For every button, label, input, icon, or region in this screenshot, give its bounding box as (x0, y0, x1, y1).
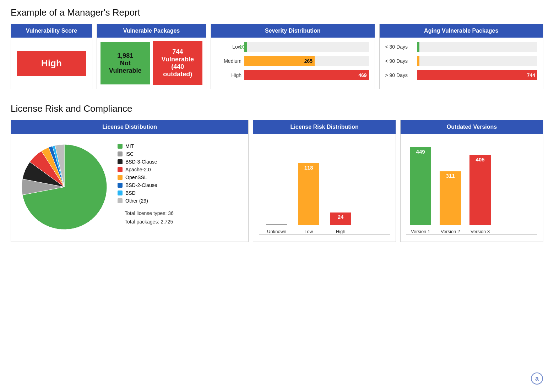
bar-x-label: Version 2 (441, 229, 460, 234)
top-panels-row: Vulnerability Score High Vulnerable Pack… (11, 24, 543, 89)
legend-item-mit: MIT (118, 143, 181, 149)
bar-x-label: Version 1 (411, 229, 430, 234)
aging-row: < 90 Days (385, 56, 538, 66)
vulnerable-packages-header: Vulnerable Packages (97, 24, 206, 38)
outdated-chart: 449 Version 1 311 Version 2 405 Version … (406, 149, 537, 234)
aging-row: < 30 Days (385, 42, 538, 52)
aging-packages-panel: Aging Vulnerable Packages < 30 Days < 90… (379, 24, 544, 89)
total-license-types: Total license types: 36 (125, 209, 174, 218)
legend-item-bsd: BSD (118, 190, 181, 196)
severity-row-low: Low 10 (217, 42, 369, 52)
aging-row: > 90 Days 744 (385, 70, 538, 80)
aging-packages-header: Aging Vulnerable Packages (380, 24, 543, 38)
vulnerability-score-header: Vulnerability Score (11, 24, 92, 38)
bar-rect: 449 (410, 147, 431, 225)
legend-dot (118, 159, 123, 164)
license-pie-chart (18, 141, 110, 234)
license-legend: MIT ISC BSD-3-Clause Apache-2.0 OpenSSL … (118, 143, 181, 204)
vulnerable-packages-body: 1,981 Not Vulnerable 744 Vulnerable (440… (97, 38, 206, 89)
severity-bar: 10 (244, 42, 247, 52)
severity-label: High (217, 72, 241, 78)
outdated-versions-header: Outdated Versions (401, 120, 543, 134)
aging-rows: < 30 Days < 90 Days > 90 Days 744 (385, 42, 538, 80)
bar-rect: 24 (330, 212, 351, 225)
license-risk-bar-col: Unknown (266, 224, 287, 234)
legend-dot (118, 175, 123, 180)
severity-distribution-body: Low 10 Medium 265 High 469 (211, 38, 375, 89)
legend-label: OpenSSL (125, 175, 147, 180)
aging-label: > 90 Days (385, 72, 417, 78)
severity-rows: Low 10 Medium 265 High 469 (217, 42, 369, 80)
license-risk-chart: Unknown 118 Low 24 High (259, 149, 390, 234)
license-risk-bar-col: 118 Low (298, 163, 319, 234)
aging-bar (417, 42, 419, 52)
bar-rect (266, 224, 287, 225)
legend-dot (118, 144, 123, 149)
legend-dot (118, 167, 123, 172)
legend-item-isc: ISC (118, 151, 181, 157)
outdated-bar-col: 311 Version 2 (440, 171, 461, 234)
bar-x-label: Unknown (267, 229, 286, 234)
legend-label: BSD (125, 190, 136, 196)
aging-label: < 90 Days (385, 58, 417, 64)
svg-text:a: a (535, 375, 539, 382)
not-vulnerable-count: 1,981 Not Vulnerable (104, 52, 147, 74)
legend-item-apache-2-0: Apache-2.0 (118, 167, 181, 172)
severity-label: Medium (217, 58, 241, 64)
aging-bar-wrap: 744 (417, 70, 538, 80)
not-vulnerable-box: 1,981 Not Vulnerable (101, 42, 150, 84)
bar-x-label: High (336, 229, 346, 234)
license-section-title: License Risk and Compliance (11, 103, 543, 114)
logo-watermark: a (531, 372, 543, 385)
vulnerability-score-body: High (11, 38, 92, 89)
legend-label: BSD-2-Clause (125, 182, 157, 188)
legend-item-bsd-3-clause: BSD-3-Clause (118, 159, 181, 165)
severity-bar-wrap: 469 (244, 70, 369, 80)
severity-row-high: High 469 (217, 70, 369, 80)
total-packages: Total packages: 2,725 (125, 218, 174, 226)
outdated-bar-col: 405 Version 3 (469, 155, 491, 234)
legend-label: ISC (125, 151, 134, 157)
aging-label: < 30 Days (385, 44, 417, 50)
license-distribution-header: License Distribution (11, 120, 248, 134)
vulnerable-count: 744 Vulnerable (440 outdated) (157, 48, 199, 78)
aging-packages-body: < 30 Days < 90 Days > 90 Days 744 (380, 38, 543, 89)
legend-item-other--29-: Other (29) (118, 198, 181, 204)
legend-label: BSD-3-Clause (125, 159, 157, 165)
severity-distribution-panel: Severity Distribution Low 10 Medium 265 … (211, 24, 375, 89)
outdated-bar-col: 449 Version 1 (410, 147, 431, 234)
bar-rect: 118 (298, 163, 319, 225)
bar-x-label: Version 3 (471, 229, 490, 234)
aging-bar-wrap (417, 42, 538, 52)
bottom-panels-row: License Distribution MIT ISC BSD-3-Claus… (11, 120, 543, 242)
severity-bar: 469 (244, 70, 369, 80)
legend-dot (118, 191, 123, 195)
license-distribution-body: MIT ISC BSD-3-Clause Apache-2.0 OpenSSL … (11, 134, 248, 242)
bar-rect: 311 (440, 171, 461, 225)
severity-bar: 265 (244, 56, 315, 66)
aging-bar-wrap (417, 56, 538, 66)
vulnerability-score-value: High (17, 51, 86, 76)
license-totals: Total license types: 36 Total packages: … (118, 209, 181, 232)
legend-label: Apache-2.0 (125, 167, 151, 172)
severity-row-medium: Medium 265 (217, 56, 369, 66)
license-distribution-panel: License Distribution MIT ISC BSD-3-Claus… (11, 120, 249, 242)
legend-dot (118, 198, 123, 203)
outdated-versions-body: 449 Version 1 311 Version 2 405 Version … (401, 134, 543, 242)
severity-distribution-header: Severity Distribution (211, 24, 375, 38)
legend-dot (118, 183, 123, 188)
legend-label: MIT (125, 143, 134, 149)
legend-item-openssl: OpenSSL (118, 175, 181, 180)
outdated-versions-panel: Outdated Versions 449 Version 1 311 Vers… (400, 120, 543, 242)
license-risk-header: License Risk Distribution (253, 120, 396, 134)
page-title: Example of a Manager's Report (11, 7, 543, 18)
license-risk-bar-col: 24 High (330, 212, 351, 234)
vulnerable-box: 744 Vulnerable (440 outdated) (153, 41, 203, 85)
license-risk-panel: License Risk Distribution Unknown 118 Lo… (253, 120, 396, 242)
license-risk-body: Unknown 118 Low 24 High (253, 134, 396, 242)
aging-bar (417, 56, 419, 66)
legend-dot (118, 151, 123, 156)
severity-bar-wrap: 265 (244, 56, 369, 66)
pie-svg (18, 141, 110, 233)
legend-label: Other (29) (125, 198, 148, 204)
